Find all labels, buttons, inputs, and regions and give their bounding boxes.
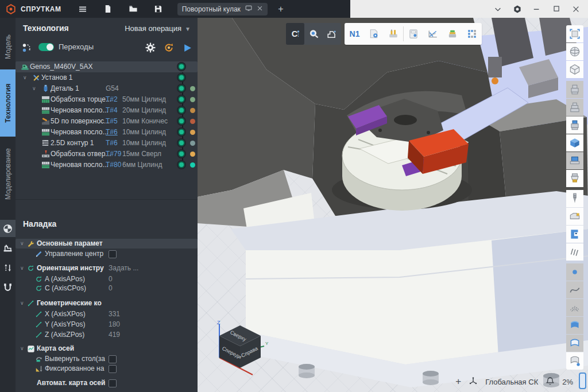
minimize-button[interactable] — [527, 1, 547, 17]
timeline-node[interactable] — [178, 129, 185, 135]
n1-icon[interactable]: N1 — [345, 23, 364, 45]
tree-row[interactable]: Обработка торце...T#250мм Цилинд — [16, 94, 198, 105]
tree-row[interactable]: Черновая посло...T#806мм Цилинд — [16, 160, 198, 170]
new-operation-dropdown[interactable]: Новая операция▼ — [125, 24, 191, 33]
setup-row[interactable]: Z (AxisZPos)419 — [16, 330, 198, 340]
chevron-down-icon[interactable]: ∨ — [20, 346, 24, 351]
probe-icon[interactable] — [304, 23, 323, 45]
machine-top-icon[interactable] — [323, 23, 341, 45]
setup-value[interactable]: 0 — [109, 284, 113, 292]
checkbox[interactable] — [109, 355, 117, 363]
setup-value[interactable]: 0 — [109, 275, 113, 283]
part-sim-icon[interactable] — [443, 23, 462, 45]
new-tab-button[interactable]: + — [272, 2, 289, 16]
part-box-icon[interactable] — [566, 134, 583, 152]
setup-row[interactable]: Фиксированное на — [16, 364, 198, 374]
file-new-icon[interactable] — [99, 2, 117, 16]
setup-row[interactable]: C (AxisCPos)0 — [16, 284, 198, 293]
timeline-node[interactable] — [178, 63, 185, 70]
document-tab[interactable]: Поворотный кулак — [177, 3, 268, 15]
setup-value[interactable]: 419 — [109, 331, 120, 339]
chevron-down-icon[interactable]: ∨ — [32, 86, 36, 91]
setup-row[interactable]: Вывернуть стол(за — [16, 354, 198, 364]
timeline-node[interactable] — [178, 150, 185, 157]
timeline-node[interactable] — [178, 74, 185, 81]
setup-row[interactable]: A (AxisAPos)0 — [16, 274, 198, 284]
setup-row[interactable]: Управление центр — [16, 249, 198, 259]
chevron-down-icon[interactable]: ∨ — [23, 75, 27, 80]
select-frame-icon[interactable] — [566, 25, 583, 42]
cs-selector[interactable]: Глобальная СК — [485, 378, 538, 386]
tree-row[interactable]: Обработка отвер...T#7915мм Сверл — [16, 149, 198, 160]
play-button[interactable] — [181, 41, 194, 54]
tool-number[interactable]: T#6 — [106, 128, 118, 136]
setup-row[interactable]: ∨Карта осей — [16, 344, 198, 354]
setup-row[interactable]: ∨Геометрические ко — [16, 298, 198, 308]
c-axis-icon[interactable]: C — [286, 23, 304, 45]
mesh-icon[interactable] — [566, 299, 583, 316]
transitions-toggle[interactable] — [38, 43, 54, 51]
surface-dot-icon[interactable] — [566, 352, 583, 370]
sort-arrows-icon[interactable] — [0, 259, 16, 276]
maximize-button[interactable] — [547, 1, 566, 17]
setup-row[interactable]: ∨Основные парамет — [16, 239, 198, 249]
point-blue-icon[interactable] — [566, 263, 583, 281]
save-icon[interactable] — [150, 2, 167, 16]
gear-icon[interactable] — [144, 41, 157, 54]
datum-icon[interactable] — [0, 220, 16, 237]
tab-технология[interactable]: Технология — [0, 69, 16, 137]
tree-row[interactable]: Черновая посло...T#610мм Цилинд — [16, 127, 198, 138]
hamburger-icon[interactable] — [74, 2, 91, 16]
fixture-icon[interactable] — [566, 208, 583, 225]
setup-value[interactable]: Задать ... — [109, 264, 138, 272]
recalc-icon[interactable] — [163, 41, 175, 54]
close-x-icon[interactable] — [257, 5, 263, 13]
checkbox[interactable] — [109, 250, 117, 258]
machine-strip-icon[interactable] — [0, 239, 16, 257]
chevron-down-icon[interactable]: ∨ — [20, 265, 24, 271]
doc-gear-icon[interactable] — [364, 23, 384, 45]
timeline-node[interactable] — [178, 85, 185, 92]
tree-row[interactable]: 2.5D контур 1T#610мм Цилинд — [16, 138, 198, 149]
settings-nut-button[interactable] — [508, 1, 527, 17]
folder-open-icon[interactable] — [125, 2, 142, 16]
setup-value[interactable]: 331 — [109, 310, 120, 318]
toolholder-icon[interactable] — [566, 170, 583, 187]
timeline-node[interactable] — [178, 107, 185, 114]
surface-outline-icon[interactable] — [566, 335, 583, 352]
tree-row[interactable]: 5D по поверхнос...T#510мм Коничес — [16, 116, 198, 127]
timeline-node[interactable] — [178, 96, 185, 103]
timeline-node[interactable] — [178, 118, 185, 125]
view-sphere-icon[interactable] — [566, 43, 583, 60]
calc-icon[interactable] — [404, 23, 423, 45]
drill-icon[interactable] — [566, 190, 583, 207]
setup-row[interactable]: Автомат. карта осей — [16, 378, 198, 388]
setup-row[interactable]: X (AxisXPos)331 — [16, 309, 198, 319]
machine-c-icon[interactable] — [566, 226, 583, 243]
checkbox[interactable] — [109, 379, 117, 387]
3d-viewport[interactable]: C N1 Z Сверху Спереди Справа Y + Глобаль… — [198, 18, 588, 392]
tree-row[interactable]: ∨Деталь 1G54 — [16, 83, 198, 94]
workpiece-c-icon[interactable] — [566, 117, 583, 134]
view-box-icon[interactable] — [566, 61, 583, 78]
workpiece-b-icon[interactable] — [566, 99, 583, 116]
zoom-slider[interactable] — [579, 372, 586, 389]
checkbox[interactable] — [109, 365, 117, 373]
view-cube[interactable]: Z Сверху Спереди Справа Y — [204, 320, 272, 377]
setup-row[interactable]: ∨Ориентация инструЗадать ... — [16, 263, 198, 273]
grid-cells-icon[interactable] — [462, 23, 482, 45]
setup-row[interactable]: Y (AxisYPos)180 — [16, 320, 198, 329]
chevron-down-icon[interactable]: ∨ — [20, 240, 24, 246]
tree-row[interactable]: ∨Установ 1 — [16, 72, 198, 83]
add-cs-button[interactable]: + — [455, 376, 461, 387]
close-button[interactable] — [566, 1, 586, 17]
timeline-node[interactable] — [178, 161, 185, 168]
clamp-icon[interactable] — [0, 278, 16, 296]
curve-icon[interactable] — [566, 281, 583, 298]
csys-triad-icon[interactable] — [469, 377, 478, 387]
chevron-down-icon[interactable]: ∨ — [20, 300, 24, 306]
part-table-icon[interactable] — [566, 152, 583, 169]
tree-row[interactable]: Черновая посло...T#420мм Цилинд — [16, 105, 198, 116]
chevron-down-button[interactable] — [488, 1, 508, 17]
notifications-bell-icon[interactable] — [546, 377, 555, 387]
